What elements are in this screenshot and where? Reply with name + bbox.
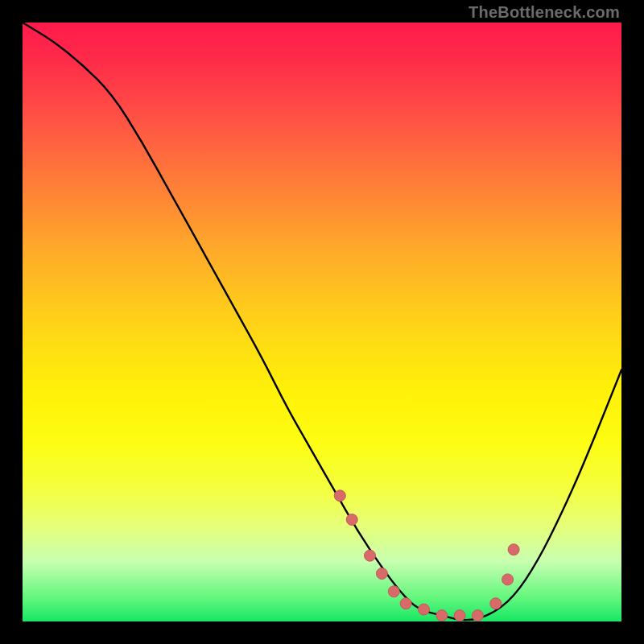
data-point xyxy=(365,550,376,561)
data-point xyxy=(419,604,430,615)
bottleneck-curve xyxy=(23,23,621,620)
chart-frame: TheBottleneck.com xyxy=(0,0,644,644)
data-point xyxy=(436,610,448,621)
data-point xyxy=(472,610,483,621)
data-point xyxy=(502,574,514,585)
data-point xyxy=(388,586,399,597)
data-point xyxy=(376,568,387,580)
plot-area xyxy=(23,23,621,621)
data-point xyxy=(490,598,502,609)
data-point xyxy=(508,544,519,555)
attribution-label: TheBottleneck.com xyxy=(469,3,620,22)
data-points-group xyxy=(334,490,519,621)
data-point xyxy=(346,514,357,526)
data-point xyxy=(334,490,345,502)
data-point xyxy=(400,598,411,609)
data-point xyxy=(454,610,465,621)
curve-layer xyxy=(23,23,621,621)
